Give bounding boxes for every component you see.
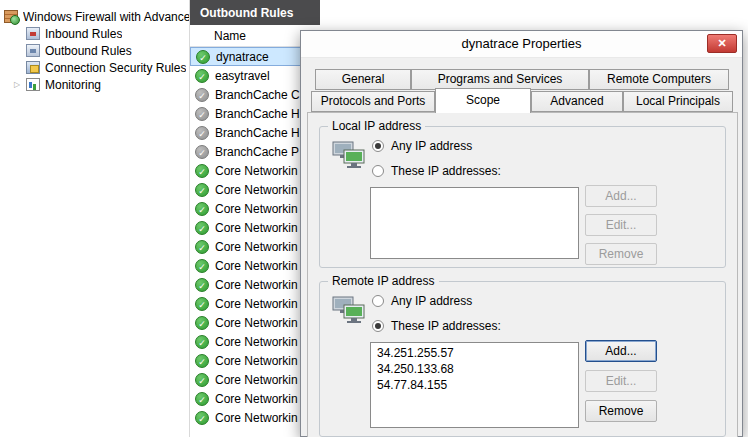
local-these-ip-radio[interactable]: These IP addresses: bbox=[372, 164, 501, 178]
green-check-icon bbox=[195, 221, 209, 235]
green-check-icon bbox=[195, 240, 209, 254]
rule-name: BranchCache P bbox=[215, 145, 299, 159]
sidebar-item-label: Monitoring bbox=[45, 78, 101, 92]
remote-ip-group-title: Remote IP address bbox=[328, 274, 439, 288]
rule-name: Core Networkin bbox=[215, 259, 298, 273]
radio-checked-icon[interactable] bbox=[372, 320, 384, 332]
gray-check-icon bbox=[195, 107, 209, 121]
green-check-icon bbox=[195, 297, 209, 311]
remote-edit-button[interactable]: Edit... bbox=[585, 370, 657, 392]
green-check-icon bbox=[195, 202, 209, 216]
sidebar-item-connection-security-rules[interactable]: Connection Security Rules bbox=[0, 59, 189, 76]
gray-check-icon bbox=[195, 126, 209, 140]
rules-panel-title: Outbound Rules bbox=[190, 0, 320, 25]
rule-name: BranchCache H bbox=[215, 107, 300, 121]
expander-icon[interactable]: ▷ bbox=[14, 76, 26, 93]
local-edit-button[interactable]: Edit... bbox=[585, 214, 657, 236]
dialog-titlebar[interactable]: dynatrace Properties ✕ bbox=[301, 31, 742, 58]
local-remove-button[interactable]: Remove bbox=[585, 243, 657, 265]
ip-entry[interactable]: 54.77.84.155 bbox=[371, 377, 578, 393]
rule-name: Core Networkin bbox=[215, 183, 298, 197]
remote-ip-groupbox: Remote IP address Any IP address These I… bbox=[319, 281, 726, 437]
dynatrace-properties-dialog: dynatrace Properties ✕ GeneralPrograms a… bbox=[300, 30, 743, 437]
rule-name: BranchCache C bbox=[215, 88, 300, 102]
green-check-icon bbox=[195, 316, 209, 330]
local-add-button[interactable]: Add... bbox=[585, 185, 657, 207]
green-check-icon bbox=[196, 50, 210, 64]
inbound-rules-icon bbox=[26, 27, 40, 40]
firewall-icon bbox=[4, 10, 18, 23]
tab-local-principals[interactable]: Local Principals bbox=[623, 91, 733, 112]
remote-these-ip-label: These IP addresses: bbox=[391, 319, 501, 333]
rule-name: Core Networkin bbox=[215, 221, 298, 235]
rule-name: Core Networkin bbox=[215, 278, 298, 292]
sidebar-item-outbound-rules[interactable]: Outbound Rules bbox=[0, 42, 189, 59]
rule-name: Core Networkin bbox=[215, 240, 298, 254]
ip-entry[interactable]: 34.251.255.57 bbox=[371, 345, 578, 361]
sidebar-root-label: Windows Firewall with Advance bbox=[23, 10, 189, 24]
rule-name: Core Networkin bbox=[215, 411, 298, 425]
rule-name: Core Networkin bbox=[215, 392, 298, 406]
sidebar-item-inbound-rules[interactable]: Inbound Rules bbox=[0, 25, 189, 42]
tab-remote-computers[interactable]: Remote Computers bbox=[589, 69, 729, 90]
monitoring-icon bbox=[26, 78, 40, 91]
dialog-title: dynatrace Properties bbox=[301, 31, 742, 57]
tab-general[interactable]: General bbox=[315, 69, 411, 90]
tab-advanced[interactable]: Advanced bbox=[531, 91, 623, 112]
local-any-ip-radio[interactable]: Any IP address bbox=[372, 139, 472, 153]
navigation-tree: Windows Firewall with Advance Inbound Ru… bbox=[0, 0, 190, 437]
local-these-ip-label: These IP addresses: bbox=[391, 164, 501, 178]
remote-any-ip-label: Any IP address bbox=[391, 294, 472, 308]
gray-check-icon bbox=[195, 88, 209, 102]
remote-add-button[interactable]: Add... bbox=[585, 340, 657, 362]
green-check-icon bbox=[195, 335, 209, 349]
remote-ip-listbox[interactable]: 34.251.255.5734.250.133.6854.77.84.155 bbox=[370, 342, 579, 428]
sidebar-item-label: Inbound Rules bbox=[45, 27, 122, 41]
close-icon[interactable]: ✕ bbox=[707, 34, 737, 53]
sidebar-item-label: Connection Security Rules bbox=[45, 61, 186, 75]
sidebar-item-label: Outbound Rules bbox=[45, 44, 132, 58]
local-ip-group-title: Local IP address bbox=[328, 119, 425, 133]
remote-any-ip-radio[interactable]: Any IP address bbox=[372, 294, 472, 308]
green-check-icon bbox=[195, 164, 209, 178]
radio-checked-icon[interactable] bbox=[372, 140, 384, 152]
rule-name: Core Networkin bbox=[215, 335, 298, 349]
green-check-icon bbox=[195, 411, 209, 425]
rule-name: BranchCache H bbox=[215, 126, 300, 140]
radio-unchecked-icon[interactable] bbox=[372, 295, 384, 307]
green-check-icon bbox=[195, 278, 209, 292]
green-check-icon bbox=[195, 392, 209, 406]
sidebar-item-monitoring[interactable]: ▷Monitoring bbox=[0, 76, 189, 93]
sidebar-item-windows-firewall-root[interactable]: Windows Firewall with Advance bbox=[0, 8, 189, 25]
rule-name: Core Networkin bbox=[215, 202, 298, 216]
green-check-icon bbox=[195, 69, 209, 83]
outbound-rules-icon bbox=[26, 44, 40, 57]
local-any-ip-label: Any IP address bbox=[391, 139, 472, 153]
green-check-icon bbox=[195, 373, 209, 387]
green-check-icon bbox=[195, 354, 209, 368]
connection-security-rules-icon bbox=[26, 61, 40, 74]
network-computers-icon bbox=[332, 141, 368, 171]
green-check-icon bbox=[195, 259, 209, 273]
rule-name: Core Networkin bbox=[215, 297, 298, 311]
remote-remove-button[interactable]: Remove bbox=[585, 400, 657, 422]
tab-protocols-and-ports[interactable]: Protocols and Ports bbox=[311, 91, 435, 112]
network-computers-icon bbox=[332, 296, 368, 326]
gray-check-icon bbox=[195, 145, 209, 159]
rule-name: Core Networkin bbox=[215, 164, 298, 178]
rule-name: easytravel bbox=[215, 69, 270, 83]
sidebar-tree-items: Inbound RulesOutbound RulesConnection Se… bbox=[0, 25, 189, 93]
rule-name: Core Networkin bbox=[215, 373, 298, 387]
radio-unchecked-icon[interactable] bbox=[372, 165, 384, 177]
green-check-icon bbox=[195, 183, 209, 197]
tab-scope[interactable]: Scope bbox=[435, 88, 531, 113]
rule-name: Core Networkin bbox=[215, 316, 298, 330]
local-ip-listbox[interactable] bbox=[370, 187, 579, 259]
ip-entry[interactable]: 34.250.133.68 bbox=[371, 361, 578, 377]
rule-name: dynatrace bbox=[216, 50, 269, 64]
rule-name: Core Networkin bbox=[215, 354, 298, 368]
tab-programs-and-services[interactable]: Programs and Services bbox=[411, 69, 589, 90]
remote-these-ip-radio[interactable]: These IP addresses: bbox=[372, 319, 501, 333]
local-ip-groupbox: Local IP address Any IP address These IP… bbox=[319, 126, 726, 268]
